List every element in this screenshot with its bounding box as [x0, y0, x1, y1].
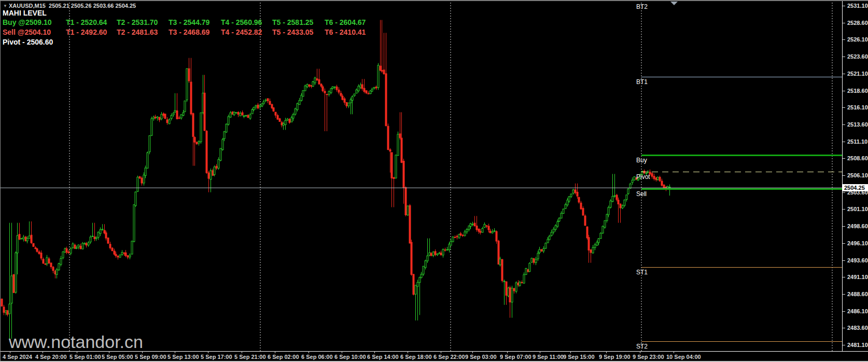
time-tick-label: 6 Sep 14:00 — [367, 354, 399, 360]
time-tick — [540, 351, 540, 353]
time-tick — [342, 351, 342, 353]
time-tick-label: 5 Sep 17:00 — [201, 354, 232, 360]
window-top-edge — [0, 0, 868, 1]
price-tick-label: 2531.10 — [847, 3, 868, 9]
candlestick-plot[interactable] — [0, 0, 842, 351]
time-tick — [441, 351, 441, 353]
time-tick — [43, 351, 43, 353]
level-label-st1: ST1 — [636, 269, 648, 276]
time-tick-label: 9 Sep 19:00 — [599, 354, 631, 360]
price-tick — [843, 6, 845, 6]
chart-plot-area[interactable]: ▼ XAUUSD,M15 2505.21 2505.26 2503.66 250… — [0, 0, 842, 351]
level-line-sell[interactable] — [641, 188, 842, 190]
buy-target-3: T3 - 2544.79 — [169, 18, 209, 26]
buy-target-6: T6 - 2604.67 — [325, 18, 366, 26]
price-tick-label: 2528.60 — [847, 20, 868, 26]
time-tick — [10, 351, 10, 353]
time-tick — [309, 351, 309, 353]
time-tick — [77, 351, 77, 353]
time-tick — [640, 351, 640, 353]
level-line-st2[interactable] — [641, 341, 842, 342]
price-tick — [843, 124, 845, 125]
level-label-buy: Buy — [636, 157, 647, 164]
buy-target-5: T5 - 2581.25 — [272, 18, 313, 26]
price-tick — [843, 158, 845, 159]
time-tick-label: 9 Sep 07:00 — [500, 354, 531, 360]
time-tick-label: 5 Sep 13:00 — [167, 354, 199, 360]
price-tick — [843, 23, 845, 23]
price-tick-label: 2481.10 — [847, 342, 868, 348]
time-tick — [242, 351, 242, 353]
price-tick — [843, 226, 845, 227]
quote-bar[interactable]: ▼ XAUUSD,M15 2505.21 2505.26 2503.66 250… — [3, 3, 136, 9]
price-tick — [843, 91, 845, 91]
time-tick-label: 6 Sep 22:00 — [433, 354, 465, 360]
price-tick — [843, 328, 845, 328]
price-tick-label: 2516.10 — [847, 104, 868, 110]
price-tick — [843, 277, 845, 277]
buy-entry-label: Buy @2509.10 — [3, 18, 52, 26]
price-tick — [843, 142, 845, 142]
time-tick-label: 6 Sep 18:00 — [400, 354, 432, 360]
price-tick-label: 2513.60 — [847, 121, 868, 128]
price-tick — [843, 39, 845, 40]
price-tick — [843, 107, 845, 108]
buy-target-1: T1 - 2520.64 — [66, 18, 107, 26]
chart-window: ▼ XAUUSD,M15 2505.21 2505.26 2503.66 250… — [0, 0, 868, 362]
price-tick-label: 2508.60 — [847, 155, 868, 161]
price-tick-label: 2526.10 — [847, 36, 868, 43]
price-tick — [843, 311, 845, 312]
time-tick — [507, 351, 508, 353]
time-tick — [208, 351, 208, 353]
price-tick-label: 2511.10 — [847, 138, 867, 145]
time-tick-label: 6 Sep 02:00 — [268, 354, 299, 360]
price-axis[interactable]: 2504.25 2531.102528.602526.102523.602521… — [843, 0, 868, 351]
time-tick — [606, 351, 607, 353]
time-tick — [275, 351, 275, 353]
sell-target-5: T5 - 2433.05 — [272, 28, 313, 36]
indicator-title-text: MAHI LEVEL — [3, 9, 47, 17]
price-tick-label: 2491.10 — [847, 274, 868, 280]
price-tick-label: 2498.60 — [847, 223, 868, 229]
price-tick-label: 2488.60 — [847, 291, 868, 297]
price-tick-label: 2501.10 — [847, 206, 868, 212]
time-tick — [374, 351, 375, 353]
time-axis[interactable]: 4 Sep 20244 Sep 20:005 Sep 01:005 Sep 05… — [0, 352, 868, 361]
price-tick-label: 2506.10 — [847, 172, 868, 178]
level-line-pivot[interactable] — [641, 172, 842, 172]
time-tick — [472, 351, 473, 353]
price-tick — [843, 74, 845, 74]
time-tick-label: 9 Sep 03:00 — [465, 354, 497, 360]
time-tick — [142, 351, 143, 353]
price-tick-label: 2486.10 — [847, 308, 868, 314]
sell-target-2: T2 - 2481.63 — [117, 28, 158, 36]
level-line-st1[interactable] — [641, 267, 842, 268]
sell-target-3: T3 - 2468.69 — [169, 28, 209, 36]
time-tick-label: 4 Sep 2024 — [3, 354, 32, 360]
sell-target-6: T6 - 2410.41 — [325, 28, 366, 36]
time-tick-label: 5 Sep 05:00 — [102, 354, 133, 360]
pivot-label-text: Pivot - 2506.60 — [3, 38, 53, 46]
price-tick — [843, 345, 845, 345]
price-tick — [843, 294, 845, 295]
sell-target-4: T4 - 2452.82 — [221, 28, 262, 36]
sell-target-1: T1 - 2492.60 — [66, 28, 107, 36]
price-tick — [843, 192, 845, 193]
time-tick — [674, 351, 674, 353]
price-tick — [843, 209, 845, 210]
price-tick-label: 2493.60 — [847, 257, 868, 263]
sell-entry-label: Sell @2504.10 — [3, 28, 51, 36]
level-line-buy[interactable] — [641, 155, 842, 156]
time-tick — [408, 351, 408, 353]
symbol-period-label: XAUUSD,M15 — [9, 3, 46, 9]
level-label-bt2: BT2 — [636, 3, 648, 10]
time-tick — [570, 351, 571, 353]
time-tick-label: 5 Sep 09:00 — [135, 354, 166, 360]
buy-target-2: T2 - 2531.70 — [117, 18, 158, 26]
price-tick-label: 2518.60 — [847, 88, 868, 94]
symbol-dropdown-icon[interactable]: ▼ — [3, 4, 7, 8]
level-line-bt1[interactable] — [641, 77, 842, 77]
current-price-badge: 2504.25 — [843, 184, 868, 191]
time-tick-label: 4 Sep 20:00 — [35, 354, 67, 360]
chart-shift-marker-icon[interactable] — [670, 2, 678, 5]
